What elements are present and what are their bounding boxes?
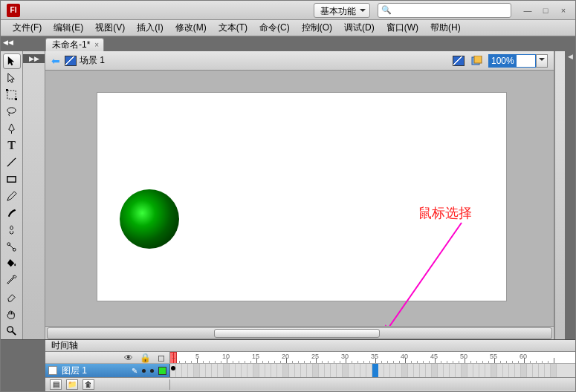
maximize-button[interactable]: □: [537, 5, 554, 16]
collapse-panels-icon[interactable]: ◀◀: [3, 39, 13, 46]
subselection-tool[interactable]: [3, 71, 21, 86]
svg-rect-0: [7, 91, 16, 99]
search-box[interactable]: 🔍: [378, 3, 511, 18]
close-button[interactable]: ×: [554, 5, 572, 16]
layer-info[interactable]: 图层 1 ✎: [45, 364, 170, 377]
selected-frame-indicator[interactable]: [372, 364, 378, 377]
canvas-viewport[interactable]: 鼠标选择: [45, 71, 554, 326]
ruler-number: 45: [430, 353, 438, 360]
pencil-tool[interactable]: [3, 189, 21, 204]
ruler-number: 60: [520, 353, 527, 360]
svg-line-4: [7, 158, 16, 166]
eyedropper-tool[interactable]: [3, 272, 21, 288]
menu-help[interactable]: 帮助(H): [424, 20, 467, 36]
timeline-header[interactable]: 时间轴: [45, 340, 575, 352]
timeline-layer-row: 图层 1 ✎: [45, 364, 575, 377]
lasso-tool[interactable]: [3, 104, 21, 120]
window-controls: — □ ×: [519, 5, 572, 16]
eraser-tool[interactable]: [3, 290, 21, 305]
ruler-number: 10: [222, 353, 230, 360]
svg-point-3: [7, 108, 16, 114]
lock-header-icon[interactable]: 🔒: [140, 353, 151, 363]
delete-layer-button[interactable]: 🗑: [82, 379, 94, 390]
visibility-header-icon[interactable]: 👁: [124, 353, 133, 363]
layer-type-icon: [48, 366, 57, 375]
expand-side-icon[interactable]: ▶▶: [23, 54, 45, 63]
svg-rect-5: [7, 177, 16, 183]
scene-back-icon[interactable]: ⬅: [51, 55, 60, 67]
free-transform-tool[interactable]: [3, 88, 21, 103]
stage-canvas[interactable]: [97, 93, 506, 301]
menu-insert[interactable]: 插入(I): [131, 20, 169, 36]
timeline-ruler-row: 👁 🔒 ◻ 151015202530354045505560: [45, 352, 575, 364]
document-tabs-row: ◀◀ 未命名-1* ×: [1, 36, 575, 51]
menu-bar: 文件(F) 编辑(E) 视图(V) 插入(I) 修改(M) 文本(T) 命令(C…: [1, 20, 575, 36]
pen-tool[interactable]: [3, 121, 21, 137]
layer-column-headers: 👁 🔒 ◻: [45, 352, 170, 363]
ruler-number: 5: [195, 353, 199, 360]
rectangle-tool[interactable]: [3, 172, 21, 187]
stage-hscroll-row: [45, 326, 554, 339]
search-input[interactable]: [394, 6, 508, 15]
new-layer-button[interactable]: ▤: [50, 379, 62, 390]
zoom-dropdown[interactable]: [536, 54, 548, 68]
frame-ruler[interactable]: 151015202530354045505560: [170, 352, 575, 363]
layer-active-icon: ✎: [132, 367, 137, 375]
timeline-body: 时间轴 👁 🔒 ◻ 151015202530354045505560 图层 1 …: [45, 340, 575, 391]
layer-visibility-dot[interactable]: [142, 369, 146, 373]
outline-header-icon[interactable]: ◻: [158, 353, 165, 363]
stage-vscroll-strip[interactable]: [554, 51, 565, 339]
zoom-tool[interactable]: [3, 323, 21, 339]
text-tool[interactable]: T: [3, 138, 21, 154]
minimize-button[interactable]: —: [519, 5, 537, 16]
tab-close-icon[interactable]: ×: [94, 41, 99, 49]
brush-tool[interactable]: [3, 205, 21, 220]
menu-control[interactable]: 控制(O): [296, 20, 338, 36]
ruler-number: 15: [252, 353, 259, 360]
ruler-number: 35: [371, 353, 378, 360]
menu-file[interactable]: 文件(F): [7, 20, 48, 36]
right-panel-collapsed[interactable]: ◀: [565, 51, 575, 339]
layer-lock-dot[interactable]: [150, 369, 154, 373]
svg-rect-12: [474, 56, 482, 63]
selection-tool[interactable]: [3, 53, 21, 69]
keyframe-icon[interactable]: [171, 366, 175, 370]
playhead-line[interactable]: [173, 352, 174, 363]
menu-edit[interactable]: 编辑(E): [48, 20, 89, 36]
layer-outline-color[interactable]: [158, 367, 166, 375]
ruler-number: 40: [401, 353, 408, 360]
menu-window[interactable]: 窗口(W): [381, 20, 424, 36]
new-folder-button[interactable]: 📁: [66, 379, 78, 390]
stage-area: ⬅ 场景 1 100% 鼠标选择: [45, 51, 554, 339]
hscroll-thumb[interactable]: [214, 329, 381, 338]
menu-modify[interactable]: 修改(M): [169, 20, 213, 36]
zoom-field[interactable]: 100%: [488, 54, 536, 68]
ruler-number: 20: [282, 353, 289, 360]
menu-commands[interactable]: 命令(C): [253, 20, 296, 36]
menu-view[interactable]: 视图(V): [89, 20, 131, 36]
paint-bucket-tool[interactable]: [3, 256, 21, 272]
workspace-selector[interactable]: 基本功能: [314, 3, 370, 18]
layer-name: 图层 1: [62, 365, 87, 377]
green-sphere-shape[interactable]: [120, 189, 179, 249]
edit-scene-icon[interactable]: [451, 54, 466, 68]
ruler-number: 55: [490, 353, 497, 360]
deco-tool[interactable]: [3, 222, 21, 238]
document-tab-title: 未命名-1*: [52, 39, 90, 51]
stage-hscrollbar[interactable]: [47, 327, 552, 339]
scene-name: 场景 1: [80, 54, 105, 67]
app-icon: Fl: [7, 4, 20, 17]
zoom-value: 100%: [489, 55, 517, 67]
timeline-left-gutter: [1, 340, 45, 391]
hand-tool[interactable]: [3, 307, 21, 322]
edit-symbols-icon[interactable]: [469, 54, 484, 68]
bone-tool[interactable]: [3, 239, 21, 255]
workspace: T ▶▶ ⬅ 场景 1 100% 鼠标选择: [1, 51, 575, 339]
line-tool[interactable]: [3, 154, 21, 170]
document-tab[interactable]: 未命名-1* ×: [45, 38, 104, 51]
menu-debug[interactable]: 调试(D): [338, 20, 381, 36]
menu-text[interactable]: 文本(T): [213, 20, 253, 36]
frames-track[interactable]: [170, 364, 575, 377]
side-tab-strip: ▶▶: [23, 51, 45, 339]
tools-panel: T: [1, 51, 23, 339]
